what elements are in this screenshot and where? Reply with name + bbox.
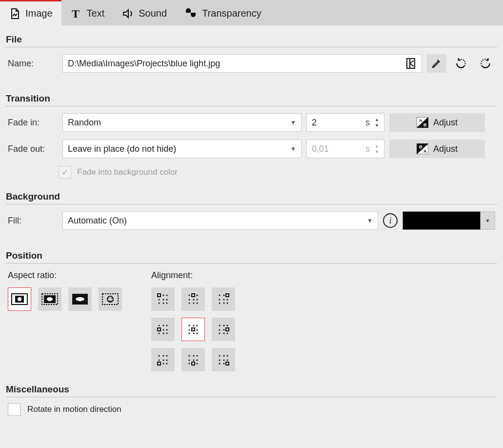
svg-point-40 [197, 303, 198, 304]
svg-point-85 [166, 363, 168, 365]
svg-rect-33 [192, 294, 195, 297]
svg-point-27 [163, 299, 164, 301]
align-middle-right[interactable] [212, 318, 235, 341]
svg-point-74 [219, 333, 221, 334]
svg-point-38 [189, 303, 190, 304]
file-path-value: D:\Media\Images\Projects\blue light.jpg [68, 59, 401, 69]
section-file: File Name: D:\Media\Images\Projects\blue… [0, 25, 503, 84]
aspect-keep-button[interactable] [8, 287, 31, 311]
align-top-center[interactable] [181, 287, 205, 311]
tab-text[interactable]: T Text [61, 0, 114, 25]
browse-icon[interactable] [405, 57, 417, 70]
tab-transparency-label: Transparency [202, 8, 262, 19]
info-icon[interactable]: i [383, 213, 398, 228]
svg-point-87 [193, 355, 195, 357]
fadeout-duration-value: 0,01 [312, 144, 361, 154]
transition-heading: Transition [6, 90, 497, 106]
fadeout-duration-stepper: 0,01 s ▲▼ [306, 140, 384, 158]
aspect-crop-button[interactable] [38, 287, 61, 311]
svg-point-24 [163, 295, 164, 296]
svg-point-102 [223, 363, 225, 365]
image-icon [9, 8, 20, 20]
aspect-stretch-button[interactable] [68, 287, 92, 311]
align-top-right[interactable] [212, 287, 235, 311]
alignment-label: Alignment: [151, 270, 235, 281]
misc-heading: Miscellaneous [6, 381, 497, 397]
color-swatch [402, 211, 481, 230]
svg-point-41 [219, 295, 221, 296]
svg-point-89 [189, 360, 190, 361]
svg-marker-1 [123, 10, 128, 18]
svg-rect-19 [102, 294, 118, 305]
svg-text:T: T [72, 8, 80, 20]
align-top-left[interactable] [151, 287, 175, 311]
fill-mode-dropdown[interactable]: Automatic (On) ▼ [62, 211, 378, 230]
svg-point-70 [227, 325, 228, 326]
rotate-motion-label: Rotate in motion direction [27, 405, 121, 414]
fadein-adjust-label: Adjust [433, 118, 458, 128]
svg-point-54 [163, 329, 164, 331]
svg-point-71 [219, 329, 221, 331]
svg-point-99 [223, 360, 225, 361]
svg-point-29 [159, 303, 160, 304]
align-bottom-left[interactable] [151, 348, 175, 371]
svg-point-21 [108, 298, 109, 299]
edit-button[interactable] [427, 54, 446, 73]
sound-icon [122, 8, 134, 20]
svg-point-35 [189, 299, 190, 301]
svg-rect-43 [226, 294, 229, 297]
svg-point-60 [193, 325, 195, 326]
section-misc: Miscellaneous Rotate in motion direction [0, 375, 503, 422]
svg-point-78 [163, 355, 164, 357]
tab-bar: Image T Text Sound Transparency [0, 0, 503, 25]
rotate-cw-button[interactable] [476, 54, 495, 73]
chevron-down-icon[interactable]: ▼ [481, 211, 495, 230]
svg-point-55 [166, 329, 168, 331]
svg-point-79 [166, 355, 168, 357]
aspect-face-button[interactable] [99, 287, 122, 311]
svg-point-39 [193, 303, 195, 304]
rotate-ccw-button[interactable] [451, 54, 471, 73]
fill-color-picker[interactable]: ▼ [402, 211, 495, 230]
svg-point-30 [163, 303, 164, 304]
fadeout-label: Fade out: [8, 144, 58, 154]
svg-point-31 [166, 303, 168, 304]
text-icon: T [70, 8, 82, 20]
svg-point-66 [193, 333, 195, 334]
svg-point-80 [159, 360, 160, 361]
rotate-motion-checkbox[interactable] [8, 403, 20, 416]
svg-point-28 [166, 299, 168, 301]
name-label: Name: [8, 59, 58, 69]
fadein-adjust-button[interactable]: A B Adjust [389, 113, 485, 132]
align-bottom-right[interactable] [212, 348, 235, 371]
svg-point-100 [227, 360, 228, 361]
svg-point-61 [197, 325, 198, 326]
fadeout-mode-dropdown[interactable]: Leave in place (do not hide) ▼ [62, 140, 302, 158]
tab-transparency[interactable]: Transparency [176, 0, 270, 25]
svg-rect-83 [158, 362, 161, 365]
fadeout-adjust-button[interactable]: B A Adjust [389, 140, 485, 158]
svg-point-67 [197, 333, 198, 334]
svg-rect-63 [192, 328, 195, 331]
svg-point-92 [189, 363, 190, 365]
fadeout-adjust-label: Adjust [433, 144, 458, 154]
align-middle-center[interactable] [181, 318, 205, 341]
tab-image-label: Image [25, 8, 53, 19]
fadein-duration-stepper[interactable]: 2 s ▲▼ [306, 113, 384, 132]
svg-point-101 [219, 363, 221, 365]
svg-point-22 [111, 298, 112, 299]
svg-point-82 [166, 360, 168, 361]
tab-image[interactable]: Image [0, 0, 61, 25]
spinner-icons[interactable]: ▲▼ [375, 117, 379, 128]
svg-point-88 [197, 355, 198, 357]
background-heading: Background [6, 188, 497, 204]
file-path-field[interactable]: D:\Media\Images\Projects\blue light.jpg [62, 54, 422, 73]
svg-point-76 [227, 333, 228, 334]
fadein-mode-dropdown[interactable]: Random ▼ [62, 113, 302, 132]
svg-point-68 [219, 325, 221, 326]
svg-rect-103 [226, 362, 229, 365]
tab-sound[interactable]: Sound [113, 0, 176, 25]
svg-point-57 [163, 333, 164, 334]
align-middle-left[interactable] [151, 318, 175, 341]
align-bottom-center[interactable] [181, 348, 205, 371]
